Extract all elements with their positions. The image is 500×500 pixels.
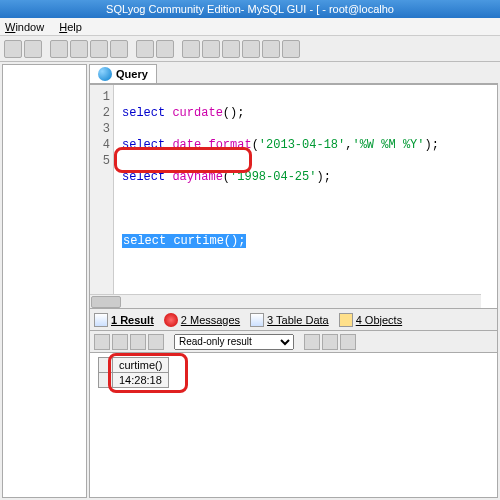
tool-icon[interactable] <box>130 334 146 350</box>
sql-editor[interactable]: 1 2 3 4 5 select curdate(); select date_… <box>89 84 498 309</box>
tab-messages[interactable]: 2 Messages <box>164 313 240 327</box>
grid-icon <box>94 313 108 327</box>
table-icon <box>250 313 264 327</box>
column-header[interactable]: curtime() <box>113 358 169 373</box>
tool-icon[interactable] <box>282 40 300 58</box>
tool-icon[interactable] <box>24 40 42 58</box>
row-header[interactable] <box>99 373 113 388</box>
tab-tabledata[interactable]: 3 Table Data <box>250 313 329 327</box>
result-tab-strip: 1 Result 2 Messages 3 Table Data 4 Objec… <box>89 309 498 331</box>
tool-icon[interactable] <box>94 334 110 350</box>
tool-icon[interactable] <box>304 334 320 350</box>
tool-icon[interactable] <box>202 40 220 58</box>
tool-icon[interactable] <box>340 334 356 350</box>
tool-icon[interactable] <box>70 40 88 58</box>
toolbar <box>0 36 500 62</box>
tool-icon[interactable] <box>262 40 280 58</box>
corner-cell <box>99 358 113 373</box>
menu-window[interactable]: WWindowindow <box>5 21 44 33</box>
line-gutter: 1 2 3 4 5 <box>90 85 114 308</box>
code-area[interactable]: select curdate(); select date_format('20… <box>118 85 497 281</box>
tool-icon[interactable] <box>148 334 164 350</box>
objects-icon <box>339 313 353 327</box>
tool-icon[interactable] <box>136 40 154 58</box>
tool-icon[interactable] <box>156 40 174 58</box>
tool-icon[interactable] <box>4 40 22 58</box>
menu-help[interactable]: HHelpelp <box>59 21 82 33</box>
query-tab-strip: Query <box>89 64 498 84</box>
tab-objects[interactable]: 4 Objects <box>339 313 402 327</box>
tool-icon[interactable] <box>50 40 68 58</box>
tool-icon[interactable] <box>322 334 338 350</box>
tool-icon[interactable] <box>110 40 128 58</box>
tool-icon[interactable] <box>182 40 200 58</box>
object-browser-pane[interactable] <box>2 64 87 498</box>
menu-bar: WWindowindow HHelpelp <box>0 18 500 36</box>
result-grid[interactable]: curtime() 14:28:18 <box>89 353 498 498</box>
cell[interactable]: 14:28:18 <box>113 373 169 388</box>
title-bar: SQLyog Community Edition- MySQL GUI - [ … <box>0 0 500 18</box>
info-icon <box>164 313 178 327</box>
tool-icon[interactable] <box>90 40 108 58</box>
result-mode-select[interactable]: Read-only result <box>174 334 294 350</box>
query-tab-label: Query <box>116 68 148 80</box>
result-table: curtime() 14:28:18 <box>98 357 169 388</box>
tool-icon[interactable] <box>242 40 260 58</box>
result-toolbar: Read-only result <box>89 331 498 353</box>
globe-icon <box>98 67 112 81</box>
tool-icon[interactable] <box>112 334 128 350</box>
tool-icon[interactable] <box>222 40 240 58</box>
horizontal-scrollbar[interactable] <box>90 294 481 308</box>
query-tab[interactable]: Query <box>89 64 157 83</box>
tab-result[interactable]: 1 Result <box>94 313 154 327</box>
